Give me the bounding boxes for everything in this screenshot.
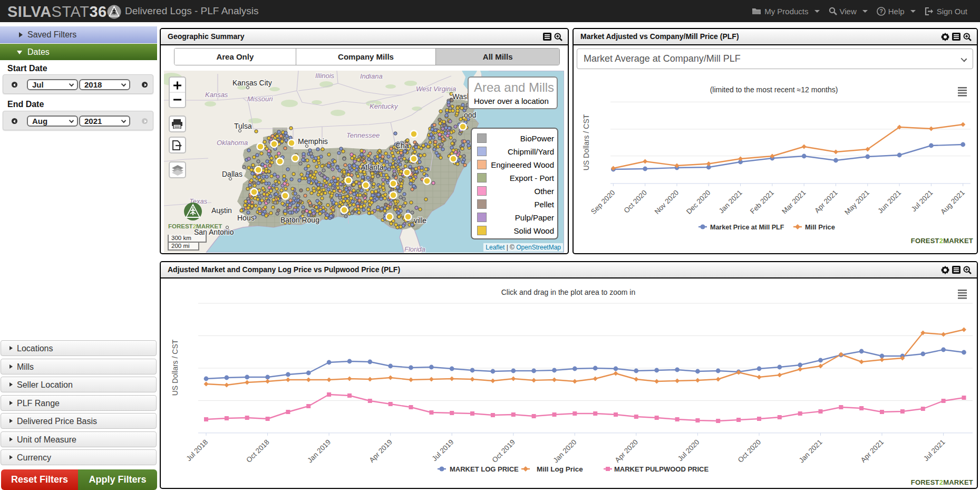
- svg-text:Dallas: Dallas: [222, 170, 242, 178]
- svg-text:Jul 2018: Jul 2018: [185, 438, 209, 463]
- svg-text:Illinois: Illinois: [315, 72, 335, 80]
- svg-text:May 2021: May 2021: [843, 189, 871, 217]
- svg-text:Tennessee: Tennessee: [346, 131, 380, 139]
- svg-text:Atlanta: Atlanta: [361, 163, 384, 171]
- svg-text:Tulsa: Tulsa: [234, 122, 252, 130]
- svg-text:Oct 2018: Oct 2018: [245, 438, 270, 464]
- svg-text:Apr 2021: Apr 2021: [859, 438, 885, 464]
- svg-text:Jan 2020: Jan 2020: [552, 438, 578, 465]
- svg-text:Kansas City: Kansas City: [232, 79, 272, 87]
- svg-text:FOREST2MARKET: FOREST2MARKET: [911, 237, 973, 245]
- svg-text:Jul 2020: Jul 2020: [676, 438, 701, 463]
- svg-text:Dec 2020: Dec 2020: [685, 189, 712, 216]
- svg-text:Apr 2019: Apr 2019: [367, 438, 393, 464]
- svg-text:Mill Price: Mill Price: [805, 223, 835, 231]
- svg-text:Nov 2020: Nov 2020: [653, 189, 680, 216]
- svg-text:Apr 2021: Apr 2021: [813, 189, 839, 215]
- svg-text:Jul 2021: Jul 2021: [910, 189, 935, 214]
- svg-text:Jun 2021: Jun 2021: [876, 189, 903, 215]
- svg-text:Indiana: Indiana: [360, 72, 383, 80]
- svg-text:Jul 2021: Jul 2021: [922, 438, 947, 463]
- svg-text:Jan 2019: Jan 2019: [306, 438, 332, 465]
- svg-text:Florida: Florida: [404, 245, 425, 253]
- svg-text:Mar 2021: Mar 2021: [780, 189, 807, 216]
- svg-text:?: ?: [879, 8, 883, 14]
- svg-text:Oct 2019: Oct 2019: [491, 438, 517, 464]
- svg-text:Jan 2021: Jan 2021: [717, 189, 744, 215]
- svg-text:Aug 2021: Aug 2021: [939, 189, 966, 216]
- svg-text:Apr 2020: Apr 2020: [614, 438, 639, 464]
- svg-text:Oklahoma: Oklahoma: [217, 139, 248, 147]
- svg-text:(limited to the most recent ≈1: (limited to the most recent ≈12 months): [710, 85, 838, 94]
- svg-text:Baton Roug: Baton Roug: [280, 216, 319, 224]
- svg-text:US Dollars / CST: US Dollars / CST: [582, 114, 590, 170]
- svg-text:Feb 2021: Feb 2021: [749, 189, 775, 216]
- svg-text:Oct 2020: Oct 2020: [622, 189, 648, 215]
- svg-text:Mill Log Price: Mill Log Price: [537, 465, 583, 473]
- svg-text:US Dollars / CST: US Dollars / CST: [171, 339, 179, 396]
- svg-text:MARKET LOG PRICE: MARKET LOG PRICE: [450, 465, 519, 473]
- svg-text:Kansas: Kansas: [205, 91, 228, 99]
- svg-text:West Virginia: West Virginia: [416, 85, 456, 93]
- svg-text:Oct 2020: Oct 2020: [736, 438, 762, 464]
- svg-text:Cha: Cha: [395, 141, 409, 150]
- svg-text:Market Price at Mill PLF: Market Price at Mill PLF: [710, 224, 784, 231]
- svg-text:Sep 2020: Sep 2020: [589, 189, 616, 216]
- svg-text:FOREST2MARKET: FOREST2MARKET: [168, 223, 222, 229]
- svg-text:Missouri: Missouri: [247, 95, 274, 103]
- svg-text:MARKET PULPWOOD PRICE: MARKET PULPWOOD PRICE: [614, 465, 709, 473]
- svg-text:Memphis: Memphis: [298, 137, 328, 146]
- svg-text:Kentucky: Kentucky: [370, 102, 399, 110]
- svg-text:FOREST2MARKET: FOREST2MARKET: [911, 478, 973, 486]
- svg-text:Hous: Hous: [237, 214, 255, 222]
- svg-text:Jul 2019: Jul 2019: [431, 438, 455, 463]
- svg-text:ville: ville: [414, 216, 426, 225]
- svg-text:ood: ood: [464, 111, 476, 119]
- svg-text:Click and drag in the plot are: Click and drag in the plot area to zoom …: [501, 288, 635, 296]
- svg-text:Jan 2021: Jan 2021: [798, 438, 824, 465]
